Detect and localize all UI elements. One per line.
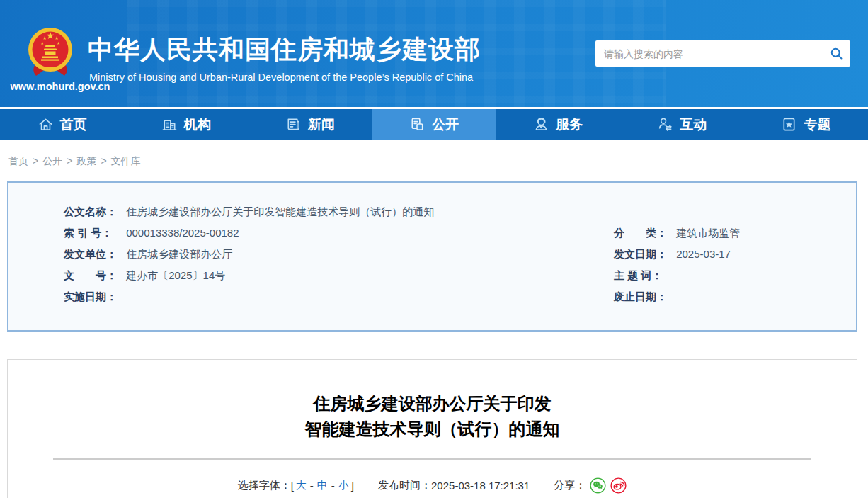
article-meta-row: 选择字体： [ 大 - 中 - 小 ] 发布时间： 2025-03-18 17:… bbox=[8, 477, 857, 494]
document-info-box: 公文名称： 住房城乡建设部办公厅关于印发智能建造技术导则（试行）的通知 索 引 … bbox=[7, 181, 857, 332]
search-button[interactable] bbox=[822, 40, 850, 67]
breadcrumb-home[interactable]: 首页 bbox=[8, 155, 28, 166]
font-size-label: 选择字体： bbox=[238, 479, 291, 492]
doc-index-label: 索 引 号： bbox=[64, 222, 123, 244]
doc-index-row: 索 引 号： 000013338/2025-00182 bbox=[64, 222, 614, 244]
bracket-close: ] bbox=[351, 480, 354, 492]
nav-item-label: 服务 bbox=[556, 115, 583, 134]
nav-item-service[interactable]: 服务 bbox=[496, 109, 620, 140]
site-title-cn: 中华人民共和国住房和城乡建设部 bbox=[88, 33, 481, 67]
doc-name-row: 公文名称： 住房城乡建设部办公厅关于印发智能建造技术导则（试行）的通知 bbox=[64, 201, 856, 222]
article-title-line2: 智能建造技术导则（试行）的通知 bbox=[8, 417, 857, 442]
nav-item-label: 公开 bbox=[432, 115, 459, 134]
svg-text:★: ★ bbox=[40, 41, 44, 45]
share-group: 分享： bbox=[554, 477, 627, 494]
nav-item-label: 新闻 bbox=[308, 115, 335, 134]
site-title-en: Ministry of Housing and Urban-Rural Deve… bbox=[89, 72, 473, 83]
doc-number-value: 建办市〔2025〕14号 bbox=[126, 269, 225, 281]
nav-item-label: 专题 bbox=[804, 115, 830, 134]
breadcrumb-disclosure[interactable]: 公开 bbox=[42, 155, 62, 166]
organization-icon bbox=[161, 116, 178, 132]
breadcrumb-separator: > bbox=[67, 155, 72, 166]
news-icon bbox=[285, 116, 302, 132]
doc-name-label: 公文名称： bbox=[64, 201, 123, 222]
doc-abolish-date-label: 废止日期： bbox=[614, 286, 673, 307]
breadcrumb-policy[interactable]: 政策 bbox=[76, 155, 96, 166]
doc-unit-label: 发文单位： bbox=[64, 244, 123, 265]
article-box: 住房城乡建设部办公厅关于印发 智能建造技术导则（试行）的通知 选择字体： [ 大… bbox=[7, 359, 857, 498]
topics-icon bbox=[781, 116, 797, 132]
svg-text:★: ★ bbox=[55, 35, 59, 40]
font-size-small-link[interactable]: 小 bbox=[338, 479, 349, 492]
national-emblem-icon: ★ ★ ★ ★ bbox=[27, 24, 74, 82]
wechat-share-button[interactable] bbox=[590, 477, 606, 494]
nav-item-interaction[interactable]: 互动 bbox=[620, 109, 744, 140]
search-input[interactable] bbox=[595, 40, 822, 67]
main-nav: 首页 机构 新闻 bbox=[0, 109, 868, 140]
doc-abolish-date-row: 废止日期： bbox=[614, 286, 856, 307]
nav-item-news[interactable]: 新闻 bbox=[248, 109, 372, 140]
interaction-icon bbox=[657, 116, 673, 132]
publish-time-group: 发布时间： 2025-03-18 17:21:31 bbox=[378, 479, 530, 492]
weibo-share-button[interactable] bbox=[610, 477, 627, 494]
breadcrumb: 首页>公开>政策>文件库 bbox=[8, 155, 141, 168]
disclosure-icon bbox=[409, 116, 426, 132]
doc-unit-value: 住房城乡建设部办公厅 bbox=[126, 248, 232, 260]
weibo-icon bbox=[610, 477, 627, 494]
site-header: ★ ★ ★ ★ www.mohurd.gov.cn 中华人民共和国住房和城乡建设… bbox=[0, 0, 868, 107]
nav-item-label: 机构 bbox=[184, 115, 211, 134]
font-size-medium-link[interactable]: 中 bbox=[317, 479, 328, 492]
doc-category-value: 建筑市场监管 bbox=[676, 227, 740, 239]
dash: - bbox=[310, 480, 314, 492]
search-icon bbox=[829, 46, 844, 61]
breadcrumb-separator: > bbox=[101, 155, 106, 166]
dash: - bbox=[331, 480, 335, 492]
service-icon bbox=[533, 116, 549, 132]
nav-item-label: 首页 bbox=[60, 115, 87, 134]
article-title-line1: 住房城乡建设部办公厅关于印发 bbox=[8, 391, 857, 417]
publish-time-label: 发布时间： bbox=[378, 479, 431, 492]
share-label: 分享： bbox=[554, 479, 586, 492]
font-size-selector: 选择字体： [ 大 - 中 - 小 ] bbox=[238, 479, 354, 492]
doc-impl-date-row: 实施日期： bbox=[64, 286, 614, 307]
font-size-large-link[interactable]: 大 bbox=[296, 479, 307, 492]
svg-text:★: ★ bbox=[42, 35, 47, 40]
home-icon bbox=[38, 116, 54, 132]
doc-subject-row: 主 题 词： bbox=[614, 265, 856, 286]
doc-name-value: 住房城乡建设部办公厅关于印发智能建造技术导则（试行）的通知 bbox=[126, 205, 434, 217]
wechat-icon bbox=[590, 477, 606, 494]
nav-item-home[interactable]: 首页 bbox=[0, 109, 124, 140]
title-separator bbox=[53, 458, 811, 460]
svg-text:★: ★ bbox=[57, 41, 60, 45]
article-title: 住房城乡建设部办公厅关于印发 智能建造技术导则（试行）的通知 bbox=[8, 391, 857, 442]
nav-item-topics[interactable]: 专题 bbox=[744, 109, 868, 140]
doc-number-row: 文 号： 建办市〔2025〕14号 bbox=[64, 265, 614, 286]
breadcrumb-separator: > bbox=[33, 155, 38, 166]
publish-time-value: 2025-03-18 17:21:31 bbox=[431, 480, 530, 492]
doc-subject-label: 主 题 词： bbox=[614, 265, 673, 286]
page: ★ ★ ★ ★ www.mohurd.gov.cn 中华人民共和国住房和城乡建设… bbox=[0, 0, 868, 498]
doc-unit-row: 发文单位： 住房城乡建设部办公厅 bbox=[64, 244, 614, 265]
bracket-open: [ bbox=[291, 480, 294, 492]
doc-issue-date-value: 2025-03-17 bbox=[676, 248, 731, 260]
nav-item-label: 互动 bbox=[680, 115, 707, 134]
nav-item-disclosure[interactable]: 公开 bbox=[372, 109, 496, 140]
doc-category-row: 分 类： 建筑市场监管 bbox=[614, 222, 856, 244]
nav-item-organization[interactable]: 机构 bbox=[124, 109, 248, 140]
doc-issue-date-label: 发文日期： bbox=[614, 244, 673, 265]
doc-issue-date-row: 发文日期： 2025-03-17 bbox=[614, 244, 856, 265]
doc-number-label: 文 号： bbox=[64, 265, 123, 286]
doc-category-label: 分 类： bbox=[614, 222, 673, 244]
doc-impl-date-label: 实施日期： bbox=[64, 286, 123, 307]
search-box bbox=[595, 40, 850, 67]
doc-index-value: 000013338/2025-00182 bbox=[126, 227, 239, 239]
breadcrumb-library[interactable]: 文件库 bbox=[111, 155, 141, 166]
